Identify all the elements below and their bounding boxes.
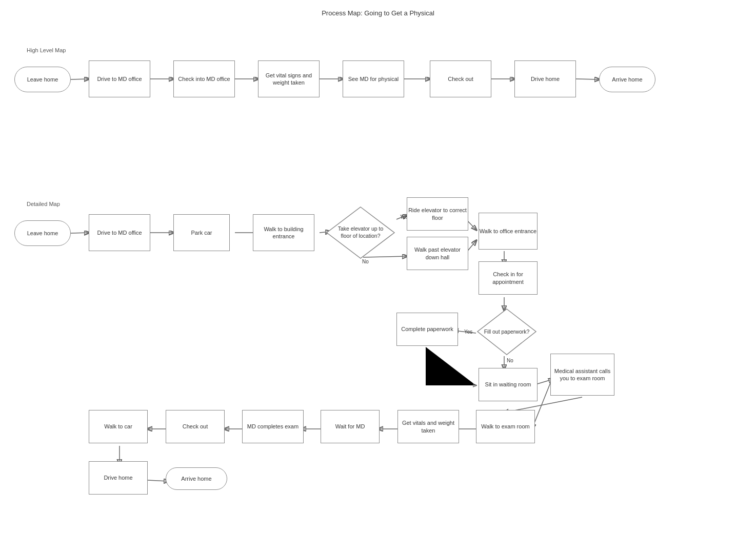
dl-sit-waiting-room: Sit in waiting room (479, 368, 538, 401)
dl-walk-past-elevator: Walk past elevator down hall (407, 237, 468, 270)
hl-arrive-home: Arrive home (599, 67, 655, 92)
hl-check-into-md: Check into MD office (173, 60, 235, 97)
dl-get-vitals: Get vitals and weight taken (397, 410, 459, 443)
dl-md-completes-exam: MD completes exam (242, 410, 304, 443)
hl-check-out: Check out (430, 60, 491, 97)
dl-check-out: Check out (166, 410, 225, 443)
dl-walk-exam-room: Walk to exam room (476, 410, 535, 443)
hl-get-vital-signs: Get vital signs and weight taken (258, 60, 320, 97)
svg-line-0 (71, 79, 89, 79)
high-level-label: High Level Map (27, 47, 66, 53)
svg-line-28 (148, 480, 168, 481)
elevator-no-label: No (362, 259, 369, 264)
dl-wait-for-md: Wait for MD (321, 410, 380, 443)
hl-drive-home: Drive home (514, 60, 576, 97)
dl-drive-home: Drive home (89, 461, 148, 495)
dl-walk-to-building: Walk to building entrance (253, 214, 314, 251)
dl-take-elevator-diamond: Take elevator up to floor of location? (325, 205, 396, 260)
dl-medical-assistant: Medical assistant calls you to exam room (550, 354, 614, 396)
hl-drive-to-md: Drive to MD office (89, 60, 150, 97)
dl-walk-to-car: Walk to car (89, 410, 148, 443)
dl-drive-to-md: Drive to MD office (89, 214, 150, 251)
dl-park-car: Park car (173, 214, 230, 251)
svg-line-6 (576, 79, 599, 79)
hl-see-md: See MD for physical (343, 60, 404, 97)
paperwork-yes-label: Yes (464, 329, 472, 335)
detailed-label: Detailed Map (27, 201, 60, 207)
svg-line-7 (71, 233, 89, 233)
dl-fill-out-paperwork-diamond: Fill out paperwork? (476, 307, 538, 356)
dl-complete-paperwork: Complete paperwork (396, 313, 458, 346)
page-title: Process Map: Going to Get a Physical (0, 0, 756, 22)
hl-leave-home: Leave home (14, 67, 71, 92)
dl-walk-to-office: Walk to office entrance (479, 213, 538, 250)
dl-ride-elevator: Ride elevator to correct floor (407, 197, 468, 231)
dl-leave-home: Leave home (14, 220, 71, 246)
paperwork-no-label: No (507, 358, 513, 363)
dl-check-in: Check in for appointment (479, 261, 538, 295)
dl-arrive-home: Arrive home (166, 467, 227, 490)
